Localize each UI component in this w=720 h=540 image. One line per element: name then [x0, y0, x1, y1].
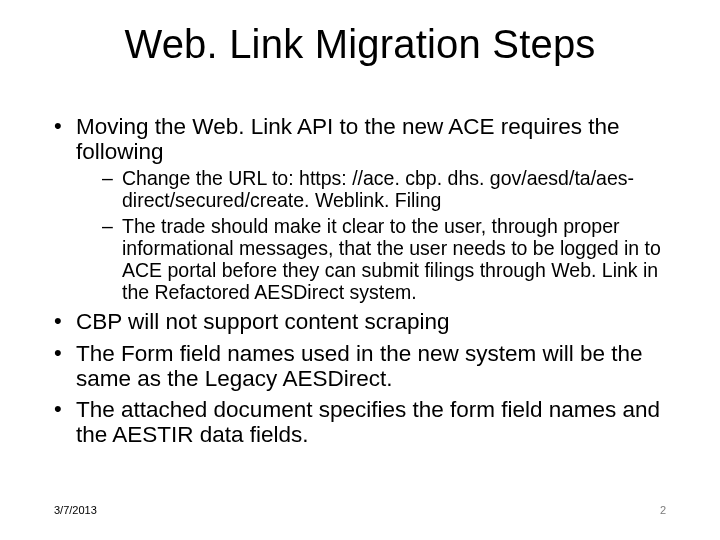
bullet-item: Moving the Web. Link API to the new ACE …: [54, 114, 670, 303]
bullet-text: The Form field names used in the new sys…: [76, 341, 643, 391]
bullet-text: CBP will not support content scraping: [76, 309, 450, 334]
slide-title: Web. Link Migration Steps: [0, 22, 720, 67]
footer-page-number: 2: [660, 504, 666, 516]
bullet-item: The Form field names used in the new sys…: [54, 341, 670, 391]
bullet-text: The attached document specifies the form…: [76, 397, 660, 447]
footer-date: 3/7/2013: [54, 504, 97, 516]
bullet-item: The attached document specifies the form…: [54, 397, 670, 447]
sub-bullet-item: Change the URL to: https: //ace. cbp. dh…: [102, 168, 670, 212]
sub-bullet-text: Change the URL to: https: //ace. cbp. dh…: [122, 167, 634, 211]
sub-bullet-item: The trade should make it clear to the us…: [102, 216, 670, 303]
slide: Web. Link Migration Steps Moving the Web…: [0, 0, 720, 540]
slide-body: Moving the Web. Link API to the new ACE …: [54, 114, 670, 453]
sub-bullet-list: Change the URL to: https: //ace. cbp. dh…: [76, 168, 670, 303]
bullet-list: Moving the Web. Link API to the new ACE …: [54, 114, 670, 447]
bullet-item: CBP will not support content scraping: [54, 309, 670, 334]
sub-bullet-text: The trade should make it clear to the us…: [122, 215, 661, 302]
bullet-text: Moving the Web. Link API to the new ACE …: [76, 114, 620, 164]
